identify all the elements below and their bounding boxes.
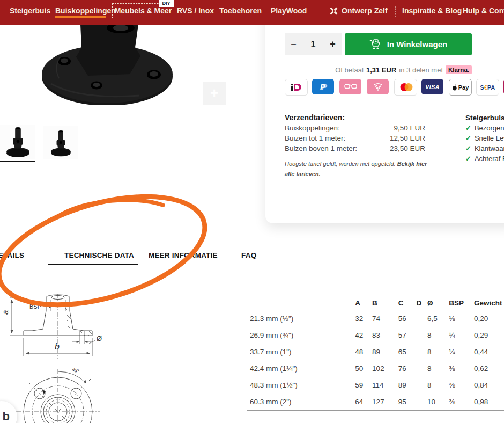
col-header-bsp: BSP [449,299,474,307]
chat-widget-label: b [3,410,10,423]
technical-data-table: A B C D Ø BSP Gewicht [247,296,504,310]
top-navigation: Steigerbuis Buiskoppelingen Meubels & Me… [0,0,504,25]
klarna-pizza-icon [367,79,389,94]
nav-item-steigerbuis[interactable]: Steigerbuis [10,0,50,21]
apple-pay-icon: Pay [449,79,472,96]
thumbnail-2[interactable] [43,126,78,159]
thumbnail-active-underline [0,161,35,162]
drawing-label-diameter: Ø [97,334,102,342]
check-icon: ✓ [465,133,471,143]
table-body: 21.3 mm (½") 32 74 56 6,5 ⅛ 0,20 26.9 mm… [247,310,504,410]
table-header-row: A B C D Ø BSP Gewicht [247,296,504,310]
nav-item-label: Meubels & Meer [115,6,172,15]
table-row: 33.7 mm (1") 48 89 65 8 ¼ 0,44 [247,344,504,360]
table-row: 21.3 mm (½") 32 74 56 6,5 ⅛ 0,20 [247,310,504,327]
paypal-icon: P P [312,79,334,94]
usp-title: SteigerbuisCentrum [465,113,504,123]
installment-amount: 1,31 EUR [366,66,396,74]
drawing-label-b: b [55,342,60,351]
usp-label: Klantwaardering [475,143,504,154]
add-to-cart-button[interactable]: In Winkelwagen [345,33,472,55]
drawing-label-a: a [1,310,10,315]
design-x-icon [330,7,338,15]
flange-product-photo [0,25,235,105]
shipping-title: Verzendtarieven: [285,113,425,123]
diy-badge: DIY [159,0,174,7]
table-bottom-border [247,410,504,411]
cart-plus-icon [369,39,382,50]
apple-logo-icon [452,84,457,91]
shipping-rates: Verzendtarieven: Buiskoppelingen: 9,50 E… [285,113,425,154]
installment-suffix: in 3 delen met [399,66,443,74]
nav-item-ontwerp-zelf[interactable]: Ontwerp Zelf [330,0,388,21]
installment-prefix: Of betaal [335,66,364,74]
shipping-note: Hoogste tarief geldt, worden niet opgete… [285,159,434,179]
shipping-label: Buizen tot 1 meter: [285,133,345,143]
shipping-price: 23,50 EUR [390,143,425,154]
drawing-label-angle: 45° [71,367,80,374]
nav-item-buiskoppelingen[interactable]: Buiskoppelingen [55,0,116,21]
usp-label: Bezorgen [475,123,504,133]
shipping-row: Buizen boven 1 meter: 23,50 EUR [285,143,425,154]
table-row: 42.4 mm (1¼") 50 102 76 8 ⅜ 0,62 [247,360,504,377]
svg-text:P: P [320,82,326,91]
thumbnail-flange-icon [2,126,33,159]
shipping-price: 9,50 EUR [394,123,425,133]
shipping-note-text: Hoogste tarief geldt, worden niet opgete… [285,161,397,167]
col-header-a: A [355,299,372,307]
col-header-d: D [416,299,427,307]
nav-divider [395,6,396,17]
shipping-row: Buiskoppelingen: 9,50 EUR [285,123,425,133]
col-header-diameter: Ø [427,299,449,307]
ideal-icon [285,79,308,96]
check-icon: ✓ [465,123,471,133]
nav-item-playwood[interactable]: PlayWood [271,0,307,21]
usp-item: ✓ Snelle Levering [465,133,504,143]
add-to-cart-label: In Winkelwagen [387,40,447,49]
usp-item: ✓ Klantwaardering [465,143,504,154]
klarna-badge: Klarna. [446,65,472,74]
nav-item-rvs-inox[interactable]: RVS / Inox [177,0,214,21]
table-row: 60.3 mm (2") 64 127 95 10 ⅜ 0,98 [247,393,504,410]
col-header-weight: Gewicht [474,299,504,307]
tab-technische-data[interactable]: TECHNISCHE DATA [64,251,134,259]
nav-item-label: Ontwerp Zelf [342,6,388,15]
thumbnail-flange-icon [47,129,74,159]
quantity-value: 1 [302,40,324,49]
tab-details[interactable]: DETAILS [0,251,24,259]
usp-item: ✓ Bezorgen [465,123,504,133]
installment-line: Of betaal 1,31 EUR in 3 delen met Klarna… [290,64,472,75]
technical-drawing: BSP a b Ø 45° [0,293,134,423]
usp-checklist: SteigerbuisCentrum ✓ Bezorgen ✓ Snelle L… [465,113,504,164]
nav-item-hulp-contact[interactable]: Hulp & Contact [463,0,504,21]
quantity-decrease-button[interactable]: – [285,39,302,50]
visa-icon: VISA [421,79,443,94]
table-row: 48.3 mm (1½") 59 114 89 8 ⅜ 0,84 [247,377,504,393]
image-zoom-button[interactable]: + [203,82,226,105]
shipping-label: Buiskoppelingen: [285,123,340,133]
product-main-image[interactable] [0,25,235,105]
quantity-stepper: – 1 + [285,33,342,55]
quantity-increase-button[interactable]: + [324,39,342,50]
klarna-glasses-icon [339,79,361,94]
mastercard-icon [394,79,417,96]
thumbnail-1[interactable] [0,125,35,159]
check-icon: ✓ [465,143,471,154]
tab-active-underline [48,264,138,265]
tab-meer-informatie[interactable]: MEER INFORMATIE [149,251,218,259]
sepa-icon: S€PA [476,79,499,96]
active-nav-underline [55,16,106,18]
shipping-price: 12,50 EUR [390,133,425,143]
check-icon: ✓ [465,154,471,164]
col-header-b: B [372,299,398,307]
tab-faq[interactable]: FAQ [241,251,256,259]
col-header-c: C [398,299,417,307]
drawing-label-bsp: BSP [29,303,41,310]
table-row: 26.9 mm (¾") 42 83 57 8 ¼ 0,29 [247,327,504,344]
nav-item-inspiratie-blog[interactable]: Inspiratie & Blog [402,0,462,21]
shipping-row: Buizen tot 1 meter: 12,50 EUR [285,133,425,143]
nav-item-toebehoren[interactable]: Toebehoren [219,0,262,21]
usp-label: Achteraf Betalen [475,154,504,164]
usp-item: ✓ Achteraf Betalen [465,154,504,164]
shipping-label: Buizen boven 1 meter: [285,143,357,154]
